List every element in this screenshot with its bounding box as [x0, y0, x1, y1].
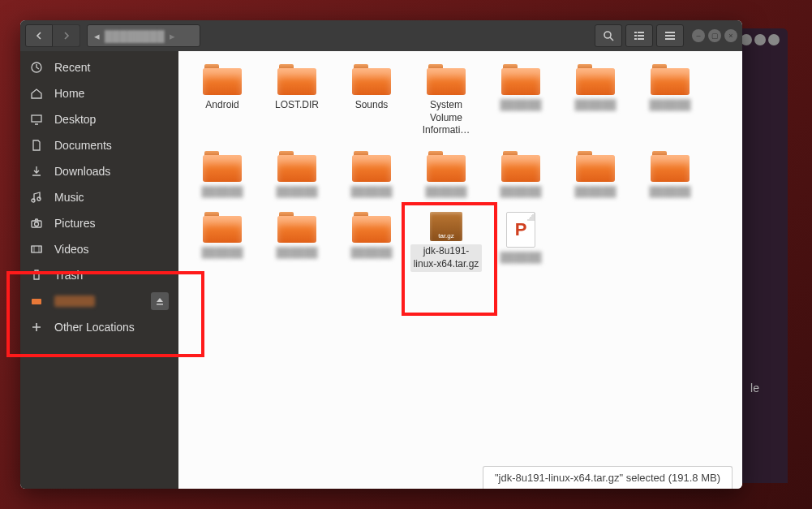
folder-item[interactable]: Android [185, 61, 260, 141]
path-separator: ▸ [170, 30, 175, 42]
back-button[interactable] [25, 24, 53, 47]
item-label: ██████ [497, 98, 543, 113]
sidebar-item-drive[interactable] [20, 288, 178, 314]
maximize-button[interactable]: ▢ [708, 29, 721, 42]
sidebar-item-documents[interactable]: Documents [20, 132, 178, 158]
item-label: System Volume Informati… [410, 98, 482, 138]
folder-item[interactable]: ██████ [409, 148, 483, 203]
item-label: Android [203, 98, 241, 113]
folder-icon [501, 64, 540, 95]
forward-button[interactable] [53, 24, 80, 47]
sidebar-item-label: Downloads [54, 165, 110, 178]
icon-view[interactable]: AndroidLOST.DIRSoundsSystem Volume Infor… [178, 51, 742, 489]
folder-item[interactable]: ██████ [633, 148, 707, 203]
svg-rect-4 [634, 35, 637, 37]
header-bar: ◂ ████████ ▸ – ▢ × [20, 20, 742, 51]
folder-item[interactable]: ██████ [483, 61, 558, 141]
download-icon [30, 165, 43, 178]
folder-item[interactable]: ██████ [483, 148, 558, 203]
sidebar-item-label: Pictures [54, 217, 96, 230]
svg-rect-10 [665, 38, 675, 40]
sidebar-item-home[interactable]: Home [20, 80, 178, 106]
folder-item[interactable]: ██████ [633, 61, 707, 141]
sidebar-item-desktop[interactable]: Desktop [20, 106, 178, 132]
sidebar-item-videos[interactable]: Videos [20, 236, 178, 262]
folder-item[interactable]: ██████ [260, 209, 334, 274]
folder-item[interactable]: System Volume Informati… [409, 61, 483, 141]
sidebar-item-label: Home [54, 87, 84, 100]
svg-point-16 [35, 222, 39, 226]
places-sidebar: RecentHomeDesktopDocumentsDownloadsMusic… [20, 51, 178, 489]
path-bar[interactable]: ◂ ████████ ▸ [87, 24, 200, 47]
sidebar-item-music[interactable]: Music [20, 184, 178, 210]
sidebar-item-label: Trash [54, 269, 83, 282]
folder-icon [576, 64, 615, 95]
path-segment[interactable]: ████████ [100, 30, 170, 42]
folder-item[interactable]: LOST.DIR [260, 61, 334, 141]
trash-icon [30, 269, 43, 282]
folder-item[interactable]: ██████ [334, 209, 409, 274]
svg-rect-7 [638, 38, 644, 40]
sidebar-item-other-locations[interactable]: Other Locations [20, 314, 178, 340]
folder-icon [277, 151, 316, 182]
background-window-controls [741, 34, 780, 45]
music-icon [30, 191, 43, 204]
item-label: ██████ [647, 98, 693, 113]
search-button[interactable] [595, 24, 622, 47]
folder-item[interactable]: ██████ [334, 148, 409, 203]
view-toggle-button[interactable] [625, 24, 653, 47]
svg-point-14 [37, 197, 41, 201]
item-label: ██████ [497, 251, 543, 265]
item-label: Sounds [353, 98, 391, 113]
sidebar-item-downloads[interactable]: Downloads [20, 158, 178, 184]
folder-item[interactable]: ██████ [558, 148, 633, 203]
minimize-button[interactable]: – [692, 29, 705, 42]
hamburger-menu-button[interactable] [656, 24, 684, 47]
svg-rect-17 [32, 246, 41, 252]
folder-item[interactable]: ██████ [260, 148, 334, 203]
sidebar-item-trash[interactable]: Trash [20, 262, 178, 288]
item-label: ██████ [348, 246, 394, 261]
svg-rect-9 [665, 35, 675, 37]
folder-icon [277, 212, 316, 243]
home-icon [30, 87, 43, 100]
sidebar-item-label: Desktop [54, 113, 96, 126]
background-text: le [750, 382, 759, 395]
sidebar-item-label: Other Locations [54, 321, 135, 334]
svg-rect-3 [638, 32, 644, 33]
folder-item[interactable]: Sounds [334, 61, 409, 141]
item-label: ██████ [497, 185, 543, 200]
drive-icon [30, 295, 43, 308]
svg-rect-6 [634, 38, 637, 40]
item-label: LOST.DIR [273, 98, 321, 113]
svg-rect-18 [32, 299, 41, 304]
file-manager-window: ◂ ████████ ▸ – ▢ × RecentHomeDesktopDocu… [20, 20, 742, 489]
file-item[interactable]: tar.gzjdk-8u191-linux-x64.tar.gz [409, 209, 483, 274]
svg-rect-2 [634, 32, 637, 33]
folder-item[interactable]: ██████ [185, 148, 260, 203]
folder-item[interactable]: ██████ [558, 61, 633, 141]
folder-icon [352, 64, 391, 95]
svg-rect-8 [665, 32, 675, 33]
folder-icon [277, 64, 316, 95]
sidebar-item-recent[interactable]: Recent [20, 54, 178, 80]
item-label: jdk-8u191-linux-x64.tar.gz [410, 244, 482, 271]
file-item[interactable]: P██████ [483, 209, 558, 274]
item-label: ██████ [273, 246, 320, 261]
item-label: ██████ [647, 185, 693, 200]
svg-rect-5 [638, 35, 644, 37]
eject-icon[interactable] [151, 292, 169, 310]
folder-icon [352, 212, 391, 243]
folder-icon [427, 64, 466, 95]
presentation-icon: P [506, 212, 535, 248]
close-button[interactable]: × [724, 29, 737, 42]
item-label: ██████ [273, 185, 320, 200]
sidebar-item-label: Documents [54, 139, 112, 152]
sidebar-item-pictures[interactable]: Pictures [20, 210, 178, 236]
folder-item[interactable]: ██████ [185, 209, 260, 274]
item-label: ██████ [199, 185, 245, 200]
plus-icon [30, 321, 43, 334]
sidebar-item-label: Videos [54, 243, 89, 256]
desktop-icon [30, 113, 43, 126]
svg-point-0 [604, 32, 611, 38]
